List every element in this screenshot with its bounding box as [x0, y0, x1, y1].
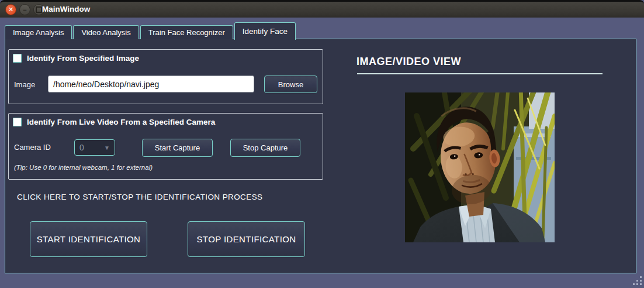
identify-from-video-checkbox[interactable] [13, 118, 22, 126]
start-capture-button[interactable]: Start Capture [142, 139, 213, 157]
viewer-underline [357, 73, 603, 74]
tab-image-analysis[interactable]: Image Analysis [5, 25, 72, 39]
identify-from-image-groupbox: Identify From Specified Image Image Brow… [8, 49, 323, 104]
identify-from-image-title: Identify From Specified Image [27, 54, 139, 63]
identify-face-panel: Identify From Specified Image Image Brow… [5, 39, 636, 273]
image-path-input[interactable] [48, 76, 254, 92]
identify-from-image-checkbox[interactable] [13, 54, 22, 63]
minimize-button[interactable]: − [19, 4, 30, 15]
camera-tip-text: (Tip: Use 0 for internal webcam, 1 for e… [14, 164, 153, 171]
tab-bar: Image Analysis Video Analysis Train Face… [5, 22, 297, 39]
identify-from-video-title: Identify From Live Video From a Specifie… [27, 118, 215, 126]
image-label: Image [14, 80, 35, 89]
tab-train-face-recognizer[interactable]: Train Face Recognizer [140, 25, 233, 39]
camera-id-value: 0 [79, 143, 84, 152]
viewer-heading: IMAGE/VIDEO VIEW [356, 56, 461, 68]
tab-label: Identify Face [243, 27, 288, 36]
browse-button[interactable]: Browse [264, 76, 317, 93]
main-window: ✕ − MainWindow Image Analysis Video Anal… [0, 0, 644, 288]
close-button[interactable]: ✕ [5, 4, 16, 15]
maximize-icon [36, 6, 42, 13]
identification-instruction: CLICK HERE TO START/STOP THE IDENTIFICAT… [17, 193, 262, 201]
tab-label: Train Face Recognizer [148, 28, 225, 37]
start-identification-button[interactable]: START IDENTIFICATION [30, 221, 147, 257]
tab-label: Video Analysis [81, 28, 130, 37]
titlebar[interactable]: ✕ − MainWindow [0, 0, 644, 18]
tab-video-analysis[interactable]: Video Analysis [73, 25, 139, 39]
camera-id-label: Camera ID [14, 143, 51, 152]
minimize-icon: − [23, 6, 26, 13]
chevron-down-icon: ▼ [104, 145, 110, 151]
identify-from-video-groupbox: Identify From Live Video From a Specifie… [8, 113, 323, 180]
stop-capture-button[interactable]: Stop Capture [230, 139, 300, 157]
tab-label: Image Analysis [13, 28, 64, 37]
stop-identification-button[interactable]: STOP IDENTIFICATION [188, 221, 305, 257]
face-photo-graphic [405, 92, 555, 242]
tab-identify-face[interactable]: Identify Face [234, 22, 296, 40]
camera-id-select[interactable]: 0 ▼ [74, 139, 115, 156]
face-photo [405, 92, 555, 242]
close-icon: ✕ [8, 6, 13, 13]
resize-grip[interactable] [632, 276, 643, 286]
window-title: MainWindow [42, 5, 90, 13]
